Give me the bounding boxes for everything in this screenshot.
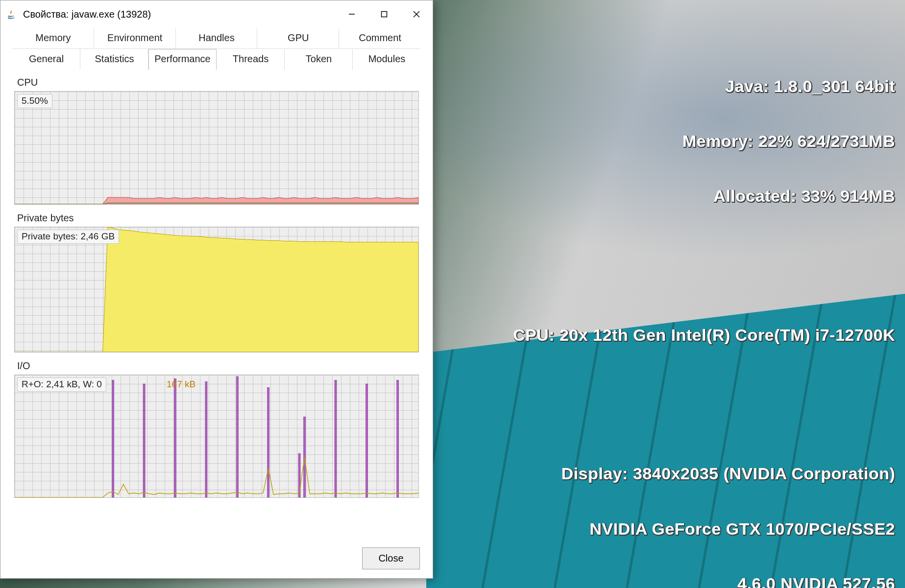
close-button[interactable]: Close <box>362 547 420 569</box>
svg-rect-12 <box>335 380 337 498</box>
svg-rect-1 <box>382 12 387 17</box>
cpu-section-label: CPU <box>17 77 418 88</box>
svg-rect-6 <box>174 379 176 498</box>
io-section-label: I/O <box>17 360 418 372</box>
tab-general[interactable]: General <box>12 49 80 70</box>
io-chart[interactable]: R+O: 2,41 kB, W: 0 167 kB <box>14 375 419 498</box>
private-bytes-chart[interactable]: Private bytes: 2,46 GB <box>14 227 419 353</box>
svg-rect-5 <box>143 384 145 497</box>
dbg-display: Display: 3840x2035 (NVIDIA Corporation) <box>513 465 895 483</box>
dbg-memory: Memory: 22% 624/2731MB <box>513 132 895 150</box>
dbg-cpu: CPU: 20x 12th Gen Intel(R) Core(TM) i7-1… <box>513 326 895 344</box>
java-icon <box>6 9 17 20</box>
svg-rect-8 <box>236 376 238 497</box>
properties-dialog: Свойства: javaw.exe (13928) Memory Envir… <box>0 0 433 579</box>
io-axis-label: 167 kB <box>167 379 196 390</box>
tabs-container: Memory Environment Handles GPU Comment G… <box>0 28 433 70</box>
titlebar[interactable]: Свойства: javaw.exe (13928) <box>0 0 433 28</box>
game-debug-text: Java: 1.8.0_301 64bit Memory: 22% 624/27… <box>513 4 895 588</box>
cpu-chart[interactable]: 5.50% <box>14 91 419 205</box>
minimize-button[interactable] <box>336 0 368 28</box>
close-window-button[interactable] <box>400 0 433 28</box>
dialog-footer: Close <box>0 541 433 578</box>
svg-rect-4 <box>112 380 114 498</box>
dbg-java: Java: 1.8.0_301 64bit <box>513 77 895 95</box>
maximize-button[interactable] <box>368 0 400 28</box>
dbg-glver: 4.6.0 NVIDIA 527.56 <box>513 575 895 588</box>
mem-section-label: Private bytes <box>17 212 418 224</box>
svg-rect-7 <box>205 382 207 498</box>
cpu-value-badge: 5.50% <box>17 94 52 108</box>
tab-statistics[interactable]: Statistics <box>80 49 148 70</box>
io-value-badge: R+O: 2,41 kB, W: 0 <box>17 377 106 392</box>
tab-modules[interactable]: Modules <box>353 49 421 70</box>
tab-comment[interactable]: Comment <box>339 28 421 49</box>
performance-content: CPU 5.50% Private bytes Private bytes: 2… <box>0 70 433 541</box>
tab-gpu[interactable]: GPU <box>257 28 339 49</box>
tab-memory[interactable]: Memory <box>12 28 94 49</box>
tab-threads[interactable]: Threads <box>217 49 285 70</box>
tab-handles[interactable]: Handles <box>176 28 258 49</box>
svg-rect-13 <box>366 384 367 497</box>
svg-rect-9 <box>268 387 269 497</box>
svg-rect-14 <box>397 380 399 498</box>
dbg-alloc: Allocated: 33% 914MB <box>513 187 895 205</box>
dbg-gpu: NVIDIA GeForce GTX 1070/PCIe/SSE2 <box>513 520 895 538</box>
window-title: Свойства: javaw.exe (13928) <box>23 9 336 20</box>
tab-environment[interactable]: Environment <box>94 28 176 49</box>
mem-value-badge: Private bytes: 2,46 GB <box>17 230 119 244</box>
tab-performance[interactable]: Performance <box>148 49 217 70</box>
tab-token[interactable]: Token <box>285 49 353 70</box>
